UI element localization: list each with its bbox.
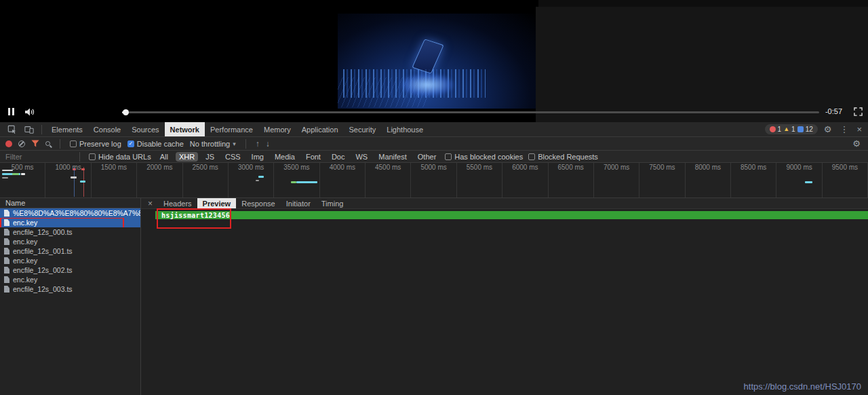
checkbox-box-checked: ✓ <box>127 140 134 147</box>
progress-knob[interactable] <box>123 109 129 115</box>
request-name: enc.key <box>13 219 37 227</box>
document-icon <box>4 257 9 264</box>
request-type-filters: All XHR JS CSS Img Media Font Doc WS Man… <box>157 152 440 162</box>
type-filter-pill[interactable]: Img <box>248 152 267 162</box>
devtools-tab[interactable]: Security <box>344 122 382 136</box>
preserve-log-checkbox[interactable]: Preserve log <box>70 140 121 148</box>
devtools-tabbar-right: 1 ▲ 1 12 ⚙ ⋮ × <box>765 124 864 134</box>
preserve-log-label: Preserve log <box>79 140 121 148</box>
type-filter-pill[interactable]: Media <box>271 152 298 162</box>
close-devtools-icon[interactable]: × <box>854 124 864 134</box>
network-overview[interactable]: 500 ms 1000 ms 1500 ms 2000 ms 2500 ms 3… <box>0 163 868 198</box>
network-main: Name %E8%8D%A3%E8%80%80%E8%A7%86%E9%A2%9… <box>0 198 868 395</box>
has-blocked-cookies-label: Has blocked cookies <box>454 153 523 161</box>
video-player[interactable]: -0:57 <box>0 7 868 122</box>
request-row[interactable]: %E8%8D%A3%E8%80%80%E8%A7%86%E9%A2%9... <box>0 208 140 218</box>
details-tab[interactable]: Headers <box>158 198 197 208</box>
close-details-icon[interactable]: × <box>144 199 157 208</box>
overview-tick: 8500 ms <box>731 163 776 198</box>
inspect-element-icon[interactable] <box>4 125 20 134</box>
request-row[interactable]: enc.key <box>0 256 140 265</box>
status-badges[interactable]: 1 ▲ 1 12 <box>765 124 818 134</box>
devtools-tab[interactable]: Memory <box>258 122 296 136</box>
request-row[interactable]: encfile_12s_000.ts <box>0 227 140 237</box>
video-content <box>338 14 536 109</box>
devtools-tab[interactable]: Application <box>296 122 344 136</box>
warning-icon: ▲ <box>783 126 789 132</box>
overview-tick: 4000 ms <box>320 163 366 198</box>
request-name: encfile_12s_003.ts <box>13 285 73 293</box>
divider <box>60 139 60 149</box>
overview-tick: 9500 ms <box>823 163 868 198</box>
type-filter-pill[interactable]: WS <box>352 152 371 162</box>
export-har-icon[interactable]: ↓ <box>266 139 270 149</box>
devtools-tab[interactable]: Elements <box>46 122 88 136</box>
fullscreen-icon[interactable] <box>854 107 863 119</box>
details-tab[interactable]: Timing <box>316 198 349 208</box>
request-row[interactable]: encfile_12s_002.ts <box>0 265 140 275</box>
settings-gear-icon[interactable]: ⚙ <box>822 124 834 134</box>
requests-name-header[interactable]: Name <box>0 198 140 208</box>
volume-icon[interactable] <box>24 107 35 119</box>
devtools-tab[interactable]: Lighthouse <box>381 122 429 136</box>
requests-panel: Name %E8%8D%A3%E8%80%80%E8%A7%86%E9%A2%9… <box>0 198 141 395</box>
filter-input[interactable] <box>5 153 71 161</box>
request-row[interactable]: encfile_12s_001.ts <box>0 246 140 256</box>
checkbox-box <box>445 153 452 160</box>
devtools-panel: Elements Console Sources Network Perform… <box>0 122 868 395</box>
network-toolbar: Preserve log ✓ Disable cache No throttli… <box>0 137 868 151</box>
type-filter-pill[interactable]: JS <box>202 152 218 162</box>
devtools-tab[interactable]: Performance <box>205 122 258 136</box>
preview-highlight-line: hsjissmart123456 <box>155 211 868 219</box>
devtools-tab[interactable]: Console <box>88 122 126 136</box>
request-row[interactable]: encfile_12s_003.ts <box>0 284 140 294</box>
filter-funnel-icon[interactable] <box>31 140 39 147</box>
divider <box>41 125 42 134</box>
request-row[interactable]: enc.key <box>0 237 140 246</box>
type-filter-pill[interactable]: Font <box>302 152 324 162</box>
more-menu-icon[interactable]: ⋮ <box>837 124 850 134</box>
progress-bar[interactable] <box>122 111 819 113</box>
record-button[interactable] <box>5 140 12 147</box>
document-icon <box>4 229 9 236</box>
network-filterbar: Hide data URLs All XHR JS CSS Img Media … <box>0 151 868 163</box>
device-toolbar-icon[interactable] <box>21 125 37 134</box>
overview-tick: 5000 ms <box>411 163 456 198</box>
search-icon[interactable] <box>45 141 50 146</box>
hide-data-urls-checkbox[interactable]: Hide data URLs <box>89 153 151 161</box>
error-count: 1 <box>778 126 782 133</box>
overview-tick: 500 ms <box>0 163 45 198</box>
document-icon <box>4 248 9 255</box>
network-settings-gear-icon[interactable]: ⚙ <box>850 138 863 149</box>
type-filter-pill[interactable]: All <box>157 152 172 162</box>
details-tab[interactable]: Initiator <box>281 198 316 208</box>
devtools-tab[interactable]: Sources <box>126 122 164 136</box>
type-filter-pill[interactable]: Manifest <box>375 152 410 162</box>
pause-button[interactable] <box>8 108 14 115</box>
details-tab[interactable]: Response <box>236 198 281 208</box>
has-blocked-cookies-checkbox[interactable]: Has blocked cookies <box>445 153 523 161</box>
overview-tick: 7500 ms <box>639 163 685 198</box>
clear-icon[interactable] <box>18 140 25 147</box>
devtools-tab[interactable]: Network <box>165 122 205 136</box>
type-filter-pill[interactable]: Other <box>414 152 440 162</box>
type-filter-pill[interactable]: XHR <box>176 152 198 162</box>
throttling-select[interactable]: No throttling ▾ <box>190 140 236 148</box>
import-har-icon[interactable]: ↑ <box>256 139 260 149</box>
overview-tick: 2500 ms <box>183 163 229 198</box>
details-tabs: Headers Preview Response Initiator Timin… <box>158 198 349 208</box>
disable-cache-checkbox[interactable]: ✓ Disable cache <box>127 140 184 148</box>
disable-cache-label: Disable cache <box>137 140 184 148</box>
player-controls: -0:57 <box>0 102 868 122</box>
type-filter-pill[interactable]: Doc <box>328 152 349 162</box>
overview-tick: 3500 ms <box>274 163 319 198</box>
checkbox-box <box>89 153 96 160</box>
checkbox-box <box>528 153 535 160</box>
details-tab[interactable]: Preview <box>197 198 237 208</box>
type-filter-pill[interactable]: CSS <box>222 152 244 162</box>
blocked-requests-checkbox[interactable]: Blocked Requests <box>528 153 598 161</box>
request-name: enc.key <box>13 238 37 246</box>
request-row[interactable]: enc.key <box>0 275 140 284</box>
request-row[interactable]: enc.key <box>0 218 140 227</box>
document-icon <box>4 286 9 293</box>
